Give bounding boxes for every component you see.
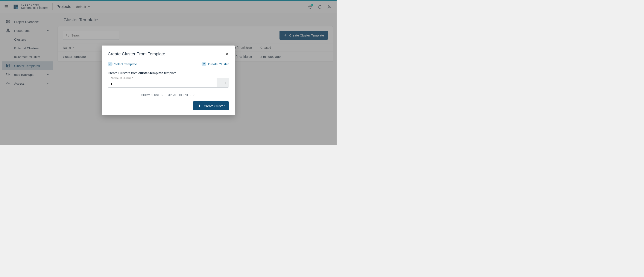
increment-button[interactable]: + [222, 78, 228, 88]
toggle-label: SHOW CLUSTER TEMPLATE DETAILS [141, 94, 190, 97]
create-cluster-from-template-dialog: Create Cluster From Template Select Temp… [102, 46, 235, 115]
step-label: Create Cluster [208, 62, 229, 66]
step-select-template[interactable]: Select Template [108, 62, 137, 66]
number-of-clusters-input[interactable] [108, 78, 216, 88]
button-label: Create Cluster [204, 104, 224, 108]
close-icon [225, 52, 229, 56]
show-template-details-toggle[interactable]: SHOW CLUSTER TEMPLATE DETAILS [108, 94, 229, 97]
dialog-subtext: Create Clusters from cluster-template te… [108, 71, 229, 75]
step-label: Select Template [114, 62, 137, 66]
number-of-clusters-field: Number of Clusters * − + [108, 78, 229, 88]
step-create-cluster[interactable]: 2 Create Cluster [202, 62, 229, 66]
chevron-down-icon [192, 94, 195, 97]
step-connector [140, 64, 198, 64]
field-label: Number of Clusters * [110, 77, 134, 79]
decrement-button[interactable]: − [216, 78, 222, 88]
modal-overlay[interactable]: Create Cluster From Template Select Temp… [0, 0, 336, 145]
close-button[interactable] [225, 52, 229, 56]
wizard-stepper: Select Template 2 Create Cluster [108, 62, 229, 66]
plus-icon [197, 104, 202, 108]
dialog-title: Create Cluster From Template [108, 52, 165, 56]
create-cluster-button[interactable]: Create Cluster [193, 101, 229, 110]
check-icon [108, 62, 112, 66]
step-number: 2 [202, 62, 206, 66]
